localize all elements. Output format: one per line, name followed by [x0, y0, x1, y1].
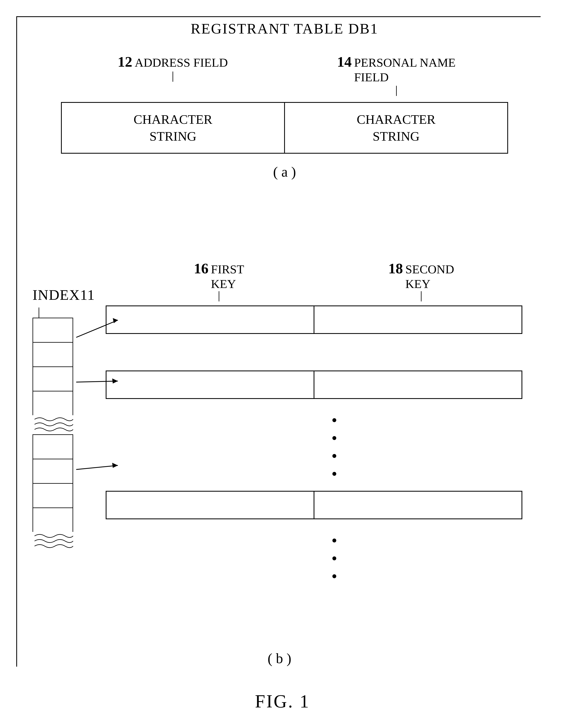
key-16-number: 16: [194, 260, 209, 277]
dots-group-2: •••: [146, 531, 522, 585]
wavy-separator-2: [33, 532, 95, 551]
key-row-2: [106, 371, 522, 399]
section-a: REGISTRANT TABLE DB1 12 ADDRESS FIELD: [41, 20, 528, 180]
db-table-body: CHARACTERSTRING CHARACTERSTRING: [61, 102, 508, 154]
field-12-name: ADDRESS FIELD: [135, 56, 228, 70]
field-12-number: 12: [118, 53, 132, 70]
key-row-1: [106, 305, 522, 334]
key-row-3: [106, 491, 522, 519]
db-table: 12 ADDRESS FIELD 14 PERSONAL NAME FIELD: [61, 53, 508, 154]
page: REGISTRANT TABLE DB1 12 ADDRESS FIELD: [0, 0, 565, 728]
key-18-number: 18: [388, 260, 403, 277]
key-row-2-second: [314, 371, 522, 398]
dots-group-1: ••••: [146, 411, 522, 483]
fig-label: FIG. 1: [255, 691, 310, 712]
key-row-1-second: [314, 306, 522, 333]
index-cell: [33, 434, 73, 459]
key-18-name: SECOND KEY: [405, 262, 454, 291]
index-group: INDEX11: [33, 287, 95, 551]
index-column: [33, 318, 95, 551]
key-headers: 16 FIRST KEY 18 SECOND KEY: [118, 260, 522, 301]
index-cell: [33, 459, 73, 483]
label-a: ( a ): [41, 164, 528, 180]
personal-name-field-cell: CHARACTERSTRING: [285, 103, 507, 153]
key-16-name: FIRST KEY: [211, 262, 244, 291]
key-row-1-first: [106, 306, 314, 333]
address-field-cell: CHARACTERSTRING: [62, 103, 285, 153]
field-14-name: PERSONAL NAME FIELD: [354, 55, 455, 85]
registrant-table-title: REGISTRANT TABLE DB1: [41, 20, 528, 37]
wavy-separator: [33, 415, 95, 434]
section-b: INDEX11: [20, 260, 539, 667]
field-14-number: 14: [337, 53, 352, 70]
label-b: ( b ): [268, 650, 291, 667]
key-section: 16 FIRST KEY 18 SECOND KEY: [106, 260, 522, 585]
index-label: INDEX11: [33, 287, 95, 303]
index-cell: [33, 483, 73, 507]
index-cell: [33, 342, 73, 366]
index-cell: [33, 507, 73, 532]
key-row-3-second: [314, 492, 522, 518]
key-row-3-first: [106, 492, 314, 518]
index-label-row: INDEX11: [33, 287, 95, 303]
index-cell: [33, 391, 73, 415]
index-cell: [33, 366, 73, 391]
key-row-2-first: [106, 371, 314, 398]
index-cell: [33, 318, 73, 342]
